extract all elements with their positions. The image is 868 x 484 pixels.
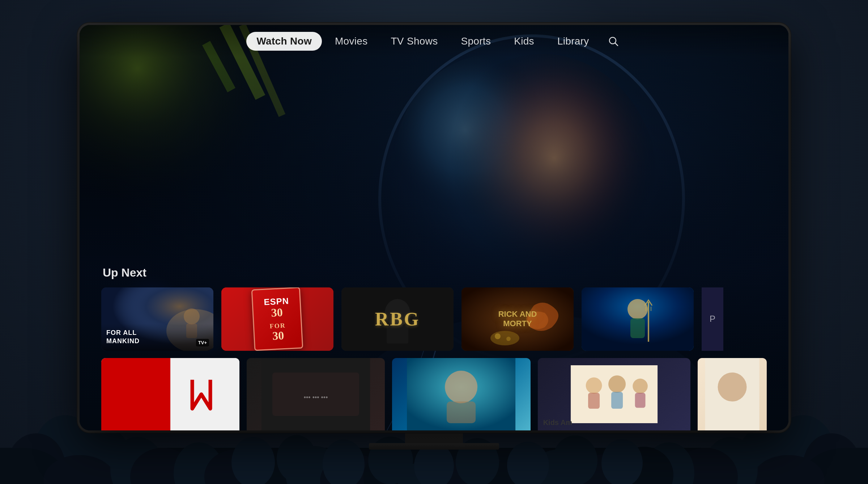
up-next-section: Up Next (101, 266, 788, 351)
bottom-card-show-5[interactable] (698, 358, 767, 430)
espn-ticket: ESPN 30FOR30 (251, 287, 303, 351)
card-rick-and-morty[interactable]: RICK ANDMORTY (461, 287, 574, 351)
svg-text:••• ••• •••: ••• ••• ••• (304, 394, 328, 401)
card-espn-30-for-30[interactable]: ESPN 30FOR30 (221, 287, 333, 351)
svg-rect-79 (447, 401, 476, 423)
card-for-all-mankind[interactable]: FOR ALLMANKIND TV+ (101, 287, 213, 351)
nav-watch-now[interactable]: Watch Now (246, 32, 322, 51)
rick-morty-title: RICK ANDMORTY (498, 310, 537, 329)
svg-rect-82 (588, 393, 600, 409)
bottom-thumbnails-row: ••• ••• ••• (80, 358, 788, 430)
nav-tv-shows[interactable]: TV Shows (380, 32, 448, 51)
nav-movies[interactable]: Movies (325, 32, 378, 51)
news-white-section (170, 358, 239, 430)
svg-point-83 (608, 375, 626, 393)
svg-point-56 (184, 308, 200, 324)
news-red-section (101, 358, 170, 430)
svg-rect-67 (630, 318, 645, 338)
tv-screen: Watch Now Movies TV Shows Sports Kids Li… (80, 25, 788, 430)
svg-point-35 (553, 435, 597, 484)
svg-point-78 (445, 371, 478, 403)
svg-rect-86 (635, 393, 645, 408)
tv-stand-base (369, 443, 499, 450)
svg-point-29 (277, 435, 316, 482)
tv-stand-neck (405, 432, 463, 443)
svg-rect-84 (611, 392, 623, 408)
up-next-label: Up Next (101, 266, 788, 279)
tv-stand (369, 432, 499, 450)
card-rbg[interactable]: RBG (341, 287, 454, 351)
apple-tv-plus-badge: TV+ (196, 339, 209, 346)
svg-point-81 (586, 377, 602, 393)
bottom-card-show-3[interactable] (392, 358, 530, 430)
svg-point-85 (633, 378, 648, 393)
bottom-card-kids-am[interactable]: Kids Am (538, 358, 690, 430)
nav-kids[interactable]: Kids (504, 32, 544, 51)
svg-point-88 (718, 373, 746, 401)
bottom-card-show-2[interactable]: ••• ••• ••• (247, 358, 385, 430)
nav-sports[interactable]: Sports (451, 32, 501, 51)
for-all-mankind-title: FOR ALLMANKIND (106, 329, 208, 346)
nav-library[interactable]: Library (547, 32, 599, 51)
up-next-row: FOR ALLMANKIND TV+ ESPN 30FOR30 (101, 287, 788, 351)
svg-point-30 (323, 439, 365, 484)
svg-point-36 (601, 439, 643, 484)
navigation-bar: Watch Now Movies TV Shows Sports Kids Li… (80, 25, 788, 58)
svg-text:P: P (710, 314, 715, 324)
card-aquaman[interactable]: AQUAMAN (582, 287, 694, 351)
kids-am-label: Kids Am (543, 418, 572, 427)
card-partial: P (702, 287, 723, 351)
svg-line-52 (615, 43, 618, 46)
svg-point-66 (627, 299, 648, 319)
svg-point-28 (231, 437, 275, 484)
rbg-title: RBG (375, 308, 420, 330)
bottom-card-news[interactable] (101, 358, 239, 430)
tv-frame: Watch Now Movies TV Shows Sports Kids Li… (80, 25, 788, 430)
search-button[interactable] (605, 33, 622, 50)
